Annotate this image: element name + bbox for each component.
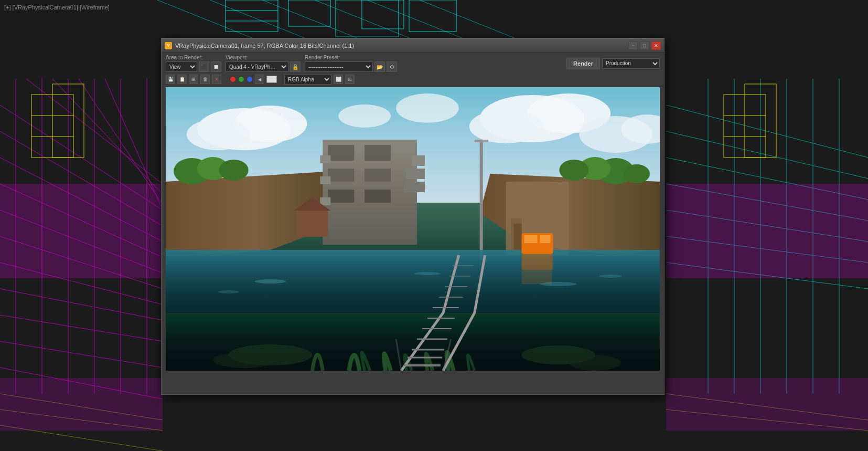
svg-point-80 [559,160,588,181]
area-to-render-select[interactable]: View [166,61,197,72]
svg-line-8 [0,315,163,341]
preset-load-btn[interactable]: 📂 [374,61,385,72]
viewport-controls: Quad 4 - VRayPh… 🔒 [226,61,301,72]
area-to-render-label: Area to Render: [166,55,221,60]
svg-rect-84 [365,145,391,161]
svg-rect-86 [365,169,391,182]
viewport-label: [+] [VRayPhysicalCamera01] [Wireframe] [4,4,110,11]
svg-point-77 [219,160,249,181]
svg-point-125 [213,352,276,368]
scene-svg [166,87,660,371]
production-select[interactable]: Production ActiveShade A360 [602,58,660,69]
svg-rect-109 [524,235,538,243]
toolbar-row1: Area to Render: View ⬛ 🔲 Viewport: Quad … [166,55,660,72]
svg-rect-92 [412,155,425,166]
dialog-title: VRayPhysicalCamera01, frame 57, RGBA Col… [175,43,354,49]
svg-rect-91 [320,197,330,205]
svg-rect-101 [514,224,522,250]
render-preset-select[interactable]: -------------------- [305,61,373,72]
svg-line-7 [0,289,163,320]
area-to-render-controls: View ⬛ 🔲 [166,61,221,72]
svg-rect-93 [406,169,425,179]
clone-toolbar-btn[interactable]: ⊞ [189,75,198,84]
svg-line-27 [666,105,868,158]
green-dot[interactable] [238,76,244,82]
svg-line-25 [420,0,524,42]
title-bar-controls: − □ ✕ [628,41,661,50]
area-btn2[interactable]: 🔲 [211,61,221,72]
area-btn1[interactable]: ⬛ [199,61,209,72]
svg-rect-95 [296,211,328,237]
render-preset-group: Render Preset: -------------------- 📂 ⚙ [305,55,397,72]
svg-point-133 [599,275,622,278]
svg-line-9 [0,341,163,368]
svg-rect-47 [666,184,868,278]
render-right-group: Render Production ActiveShade A360 [566,58,660,69]
clear-toolbar-btn[interactable]: 🗑 [200,75,210,84]
svg-rect-90 [320,176,330,184]
svg-point-74 [338,104,391,128]
viewport-select[interactable]: Quad 4 - VRayPh… [226,61,288,72]
svg-point-127 [569,355,621,371]
svg-rect-83 [328,145,354,161]
svg-point-130 [414,272,441,275]
toolbar-area: Area to Render: View ⬛ 🔲 Viewport: Quad … [162,53,664,87]
red-dot[interactable] [230,76,236,82]
copy-toolbar-btn[interactable]: 📋 [177,75,187,84]
maximize-button[interactable]: □ [640,41,649,50]
preset-save-btn[interactable]: ⚙ [387,61,397,72]
svg-rect-85 [328,169,354,182]
svg-rect-60 [409,0,456,32]
delete-toolbar-btn[interactable]: ✕ [212,75,221,84]
title-bar: V VRayPhysicalCamera01, frame 57, RGBA C… [162,39,664,53]
svg-rect-48 [666,378,868,431]
svg-point-67 [187,119,250,150]
svg-point-70 [469,110,543,143]
lut-toggle-btn[interactable]: ◀ [255,75,264,84]
toolbar-row2: 💾 📋 ⊞ 🗑 ✕ ◀ RGB Alpha Red Green Blue Alp… [166,74,660,85]
close-button[interactable]: ✕ [651,41,661,50]
white-swatch [266,76,277,83]
svg-point-81 [624,164,650,183]
display-btn2[interactable]: ⊡ [345,75,355,84]
svg-rect-128 [522,253,552,284]
render-image [166,87,660,371]
svg-rect-45 [0,184,163,278]
area-to-render-group: Area to Render: View ⬛ 🔲 [166,55,221,72]
render-viewport [166,87,660,371]
render-dialog: V VRayPhysicalCamera01, frame 57, RGBA C… [161,38,665,395]
svg-rect-88 [365,190,391,203]
svg-rect-59 [336,0,399,37]
svg-point-131 [540,282,576,286]
channel-select[interactable]: RGB Alpha Red Green Blue Alpha Z-Depth [284,74,331,85]
render-preset-label: Render Preset: [305,55,397,60]
svg-point-129 [255,279,286,284]
svg-rect-46 [0,378,163,431]
svg-line-28 [666,131,868,179]
svg-point-71 [396,93,459,123]
svg-rect-94 [404,182,425,192]
render-preset-controls: -------------------- 📂 ⚙ [305,61,397,72]
viewport-label-text: Viewport: [226,55,301,60]
svg-rect-97 [480,140,483,260]
vray-icon: V [165,42,172,49]
viewport-lock-btn[interactable]: 🔒 [290,61,301,72]
save-toolbar-btn[interactable]: 💾 [166,75,175,84]
svg-point-132 [218,290,239,293]
viewport-group: Viewport: Quad 4 - VRayPh… 🔒 [226,55,301,72]
title-bar-left: V VRayPhysicalCamera01, frame 57, RGBA C… [165,42,354,49]
svg-rect-110 [540,235,550,243]
render-button[interactable]: Render [566,58,600,69]
minimize-button[interactable]: − [628,41,638,50]
svg-rect-57 [226,0,278,32]
svg-rect-89 [320,155,330,163]
svg-rect-98 [475,140,488,142]
blue-dot[interactable] [247,76,253,82]
svg-rect-87 [328,190,354,203]
display-btn1[interactable]: ⬜ [334,75,343,84]
svg-rect-61 [362,0,404,29]
